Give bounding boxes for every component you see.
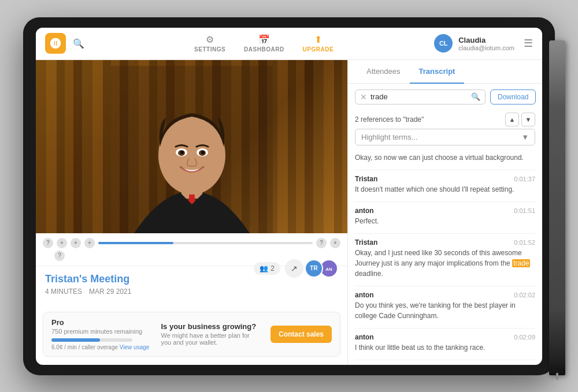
avatar-tr: TR — [305, 259, 323, 278]
share-button[interactable]: ↗ — [285, 259, 303, 278]
pro-progress-fill — [51, 338, 100, 342]
timeline-marker-3[interactable]: + — [84, 238, 95, 248]
entry-text: Perfect. — [355, 216, 535, 226]
divider — [355, 233, 535, 234]
entry-speaker: anton — [355, 333, 374, 341]
attendees-count: 2 — [271, 264, 275, 272]
timeline-track[interactable] — [98, 242, 313, 244]
hamburger-menu[interactable]: ☰ — [524, 37, 533, 50]
entry-time: 0:02:09 — [514, 334, 535, 341]
list-item: Tristan 0:01:52 Okay, and I just need li… — [355, 238, 535, 279]
dashboard-icon: 📅 — [258, 34, 270, 45]
nav-settings[interactable]: ⚙ SETTINGS — [194, 34, 225, 53]
list-item: Okay, so now we can just choose a virtua… — [355, 152, 535, 163]
settings-icon: ⚙ — [206, 34, 214, 45]
search-icon[interactable]: 🔍 — [73, 38, 84, 49]
search-row: ✕ 🔍 Download — [348, 84, 542, 110]
entry-header: anton 0:02:02 — [355, 291, 535, 299]
tab-attendees[interactable]: Attendees — [357, 60, 410, 84]
divider — [355, 328, 535, 328]
tab-transcript[interactable]: Transcript — [410, 60, 465, 84]
attendees-badge[interactable]: 👥 2 — [254, 262, 280, 275]
entry-time: 0:01:52 — [514, 239, 535, 246]
next-result-button[interactable]: ▼ — [521, 113, 535, 126]
contact-sales-button[interactable]: Contact sales — [271, 326, 332, 343]
entry-text: I think our little beat us to the tankin… — [355, 342, 535, 353]
nav-upgrade[interactable]: ⬆ UPGRADE — [303, 34, 334, 53]
attendees-icon: 👥 — [260, 264, 268, 272]
app-container: 🔍 ⚙ SETTINGS 📅 DASHBOARD ⬆ UPGRADE CL — [36, 28, 542, 365]
svg-point-15 — [180, 151, 184, 154]
pro-label: Pro — [51, 318, 149, 327]
pro-cta: Is your business growing? We might have … — [161, 322, 258, 346]
list-item: anton 0:01:51 Perfect. — [355, 207, 535, 226]
timeline-progress — [98, 242, 173, 244]
main-content: ? + + + ? + ? — [36, 60, 542, 365]
timeline-start-icon[interactable]: ? — [43, 238, 53, 248]
entry-speaker: anton — [355, 207, 374, 215]
user-avatar: CL — [434, 34, 453, 53]
pro-upgrade-banner: Pro 750 premium minutes remaining 6.0¢ /… — [43, 312, 340, 357]
list-item: anton 0:02:09 I think our little beat us… — [355, 333, 535, 353]
nav-user-area: CL Claudia claudia@iotum.com ☰ — [434, 34, 533, 53]
timeline-marker-1[interactable]: + — [57, 238, 67, 248]
pro-progress-track — [51, 338, 132, 342]
app-logo[interactable] — [45, 33, 66, 54]
transcript-tabs: Attendees Transcript — [348, 60, 542, 84]
settings-label: SETTINGS — [194, 46, 225, 53]
right-panel: Attendees Transcript ✕ 🔍 Download 2 refe… — [348, 60, 542, 365]
nav-arrows: ▲ ▼ — [505, 113, 535, 126]
pro-cta-text: We might have a better plan for you and … — [161, 332, 258, 346]
share-icon: ↗ — [291, 264, 298, 273]
highlighted-word: trade — [512, 259, 530, 267]
entry-text: Okay, and I just need like 30 seconds of… — [355, 248, 535, 279]
view-usage-link[interactable]: View usage — [120, 344, 150, 350]
left-panel: ? + + + ? + ? — [36, 60, 348, 365]
pro-rate: 6.0¢ / min / caller overage View usage — [51, 344, 149, 350]
user-info: Claudia claudia@iotum.com — [458, 36, 514, 51]
meeting-meta: 4 MINUTES MAR 29 2021 — [45, 288, 131, 296]
timeline-marker-5[interactable]: + — [330, 238, 340, 248]
timeline-marker-4[interactable]: ? — [316, 238, 327, 248]
entry-header: anton 0:01:51 — [355, 207, 535, 215]
upgrade-icon: ⬆ — [314, 34, 322, 45]
dashboard-label: DASHBOARD — [244, 46, 284, 53]
video-container — [36, 60, 347, 233]
tablet-device: 🔍 ⚙ SETTINGS 📅 DASHBOARD ⬆ UPGRADE CL — [23, 17, 555, 375]
nav-row: 2 references to "trade" ▲ ▼ — [348, 110, 542, 129]
divider — [355, 170, 535, 170]
download-button[interactable]: Download — [490, 89, 536, 104]
search-input[interactable] — [370, 92, 468, 101]
entry-time: 0:01:51 — [514, 207, 535, 214]
meeting-title: Tristan's Meeting — [45, 273, 131, 285]
entry-speaker: anton — [355, 291, 374, 299]
entry-header: Tristan 0:01:52 — [355, 238, 535, 247]
stylus-pen — [549, 40, 565, 375]
timeline-sub-marker[interactable]: ? — [54, 251, 65, 261]
divider — [355, 201, 535, 202]
meeting-duration: 4 MINUTES — [45, 288, 82, 296]
user-name: Claudia — [458, 36, 514, 44]
svg-point-16 — [201, 151, 205, 154]
chevron-down-icon: ▼ — [521, 133, 529, 141]
nav-center: ⚙ SETTINGS 📅 DASHBOARD ⬆ UPGRADE — [94, 34, 434, 53]
entry-text: Okay, so now we can just choose a virtua… — [355, 152, 535, 163]
list-item: anton 0:02:02 Do you think yes, we're ta… — [355, 291, 535, 321]
entry-speaker: Tristan — [355, 175, 377, 183]
top-navigation: 🔍 ⚙ SETTINGS 📅 DASHBOARD ⬆ UPGRADE CL — [36, 28, 542, 60]
search-clear-icon[interactable]: ✕ — [360, 92, 367, 102]
timeline-marker-2[interactable]: + — [71, 238, 81, 248]
search-box[interactable]: ✕ 🔍 — [355, 89, 486, 104]
transcript-list: Okay, so now we can just choose a virtua… — [348, 150, 542, 365]
person-image — [111, 66, 273, 233]
user-email: claudia@iotum.com — [458, 44, 514, 51]
meeting-actions: 👥 2 ↗ TR AN — [254, 259, 338, 278]
timeline-row: ? + + + ? + — [43, 238, 340, 248]
prev-result-button[interactable]: ▲ — [505, 113, 519, 126]
divider — [355, 286, 535, 286]
entry-header: Tristan 0:01:37 — [355, 175, 535, 183]
pro-minutes: 750 premium minutes remaining — [51, 328, 149, 335]
highlight-terms-dropdown[interactable]: Highlight terms... ▼ — [355, 129, 535, 145]
nav-dashboard[interactable]: 📅 DASHBOARD — [244, 34, 284, 53]
pro-info: Pro 750 premium minutes remaining 6.0¢ /… — [51, 318, 149, 350]
